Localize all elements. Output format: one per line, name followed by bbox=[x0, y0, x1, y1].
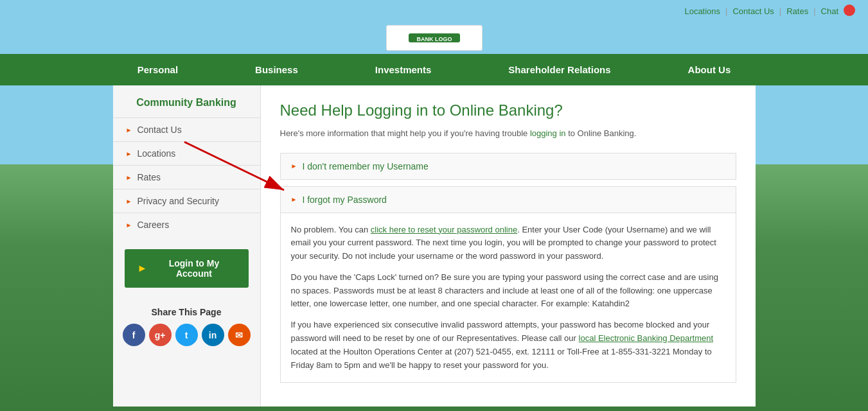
nav-about[interactable]: About Us bbox=[650, 54, 770, 85]
sidebar-label-privacy: Privacy and Security bbox=[137, 196, 219, 206]
content-wrapper: Community Banking ► Contact Us ► Locatio… bbox=[113, 85, 756, 407]
arrow-icon: ► bbox=[126, 127, 132, 134]
share-section: Share This Page f g+ t in ✉ bbox=[113, 301, 260, 353]
contact-link[interactable]: Contact Us bbox=[732, 6, 774, 16]
acc-arrow-icon-2: ► bbox=[291, 196, 297, 203]
social-icons: f g+ t in ✉ bbox=[113, 324, 260, 346]
acc-arrow-icon: ► bbox=[291, 162, 297, 170]
arrow-icon: ► bbox=[126, 174, 132, 181]
rates-link[interactable]: Rates bbox=[786, 6, 808, 16]
sidebar-label-careers: Careers bbox=[137, 220, 169, 230]
sidebar-label-locations: Locations bbox=[137, 148, 175, 159]
accordion-password-body: No problem. You can click here to reset … bbox=[281, 213, 736, 383]
page-title: Need Help Logging in to Online Banking? bbox=[280, 101, 736, 119]
arrow-icon: ► bbox=[126, 222, 132, 229]
nav-personal[interactable]: Personal bbox=[99, 54, 217, 85]
accordion-password-label: I forgot my Password bbox=[302, 195, 387, 205]
intro-text: Here's more information that might help … bbox=[280, 127, 736, 140]
sidebar-item-contact[interactable]: ► Contact Us bbox=[113, 118, 260, 141]
locations-link[interactable]: Locations bbox=[684, 6, 720, 16]
accordion-username-label: I don't remember my Username bbox=[302, 161, 428, 171]
login-arrow-icon: ► bbox=[137, 263, 148, 274]
email-icon[interactable]: ✉ bbox=[228, 324, 251, 346]
main-content: Need Help Logging in to Online Banking? … bbox=[261, 85, 756, 407]
logging-in-link[interactable]: logging in bbox=[530, 128, 566, 138]
nav-business[interactable]: Business bbox=[217, 54, 337, 85]
sidebar-item-locations[interactable]: ► Locations bbox=[113, 141, 260, 165]
sidebar: Community Banking ► Contact Us ► Locatio… bbox=[113, 85, 261, 407]
login-button[interactable]: ► Login to My Account bbox=[125, 249, 249, 288]
google-plus-icon[interactable]: g+ bbox=[149, 324, 172, 346]
accordion-password-header[interactable]: ► I forgot my Password bbox=[281, 187, 736, 213]
chat-link[interactable]: Chat bbox=[821, 6, 838, 16]
accordion-password: ► I forgot my Password No problem. You c… bbox=[280, 186, 736, 383]
sep1: | bbox=[725, 6, 727, 16]
password-body-p1: No problem. You can click here to reset … bbox=[291, 223, 725, 263]
accordion-username-header[interactable]: ► I don't remember my Username bbox=[281, 153, 736, 179]
top-bar: Locations | Contact Us | Rates | Chat bbox=[0, 0, 868, 22]
share-title: Share This Page bbox=[113, 307, 260, 317]
arrow-icon: ► bbox=[126, 150, 132, 157]
local-dept-link[interactable]: local Electronic Banking Department bbox=[579, 333, 714, 343]
main-nav: Personal Business Investments Shareholde… bbox=[0, 54, 868, 85]
chat-icon bbox=[844, 4, 855, 16]
linkedin-icon[interactable]: in bbox=[202, 324, 224, 346]
login-button-label: Login to My Account bbox=[152, 258, 235, 279]
sep3: | bbox=[813, 6, 815, 16]
facebook-icon[interactable]: f bbox=[123, 324, 145, 346]
logo-area: BANK LOGO bbox=[0, 22, 868, 51]
sidebar-item-rates[interactable]: ► Rates bbox=[113, 165, 260, 189]
sidebar-label-contact: Contact Us bbox=[137, 125, 181, 135]
password-body-p2: Do you have the 'Caps Lock' turned on? B… bbox=[291, 271, 725, 311]
twitter-icon[interactable]: t bbox=[175, 324, 198, 346]
sidebar-item-careers[interactable]: ► Careers bbox=[113, 213, 260, 236]
nav-shareholder[interactable]: Shareholder Relations bbox=[470, 54, 649, 85]
reset-password-link[interactable]: click here to reset your password online bbox=[371, 225, 517, 234]
sidebar-label-rates: Rates bbox=[137, 172, 161, 182]
password-body-p3: If you have experienced six consecutive … bbox=[291, 319, 725, 372]
sidebar-title: Community Banking bbox=[113, 85, 260, 118]
svg-text:BANK LOGO: BANK LOGO bbox=[416, 36, 452, 42]
arrow-icon: ► bbox=[126, 198, 132, 205]
logo: BANK LOGO bbox=[386, 25, 483, 51]
sep2: | bbox=[779, 6, 781, 16]
nav-investments[interactable]: Investments bbox=[337, 54, 470, 85]
accordion-username: ► I don't remember my Username bbox=[280, 153, 736, 180]
sidebar-item-privacy[interactable]: ► Privacy and Security bbox=[113, 189, 260, 213]
